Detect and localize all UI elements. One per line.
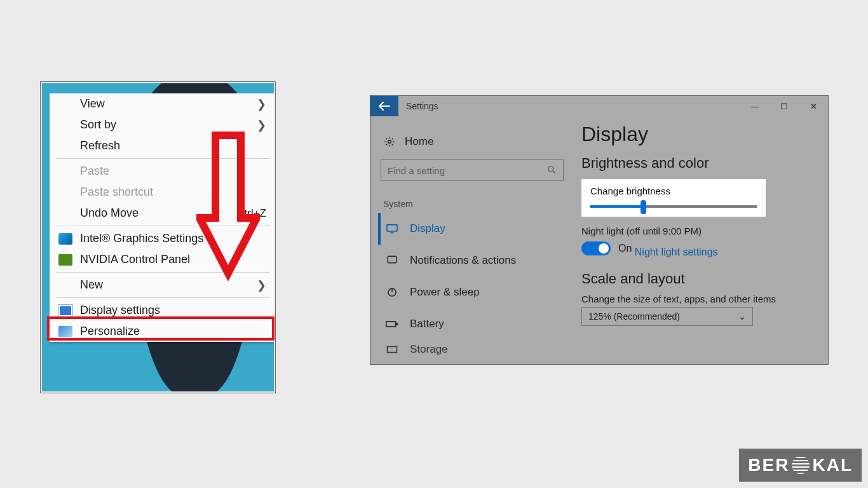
toggle-state-label: On [618, 243, 632, 254]
arrow-left-icon [379, 102, 390, 111]
section-heading-brightness: Brightness and color [581, 155, 820, 172]
left-screenshot-panel: View ❯ Sort by ❯ Refresh Paste Paste sho… [40, 81, 276, 393]
sidebar-item-label: Storage [410, 343, 448, 356]
slider-fill [590, 205, 641, 208]
nvidia-icon [58, 254, 72, 266]
brightness-label: Change brightness [590, 186, 757, 196]
menu-label: Personalize [80, 325, 140, 338]
desktop-wallpaper: View ❯ Sort by ❯ Refresh Paste Paste sho… [42, 83, 274, 391]
svg-rect-9 [397, 323, 398, 325]
page-heading: Display [581, 123, 820, 146]
svg-rect-8 [386, 322, 396, 327]
maximize-button[interactable]: ☐ [770, 96, 799, 116]
intel-icon [58, 233, 72, 245]
scale-combobox[interactable]: 125% (Recommended) ⌄ [581, 307, 753, 326]
sidebar-item-label: Notifications & actions [410, 254, 516, 267]
scale-description: Change the size of text, apps, and other… [581, 294, 820, 304]
window-controls: — ☐ ✕ [740, 96, 828, 116]
titlebar: Settings — ☐ ✕ [370, 96, 828, 116]
menu-item-nvidia-panel[interactable]: NVIDIA Control Panel [50, 249, 274, 270]
section-heading-scale: Scale and layout [581, 271, 820, 287]
sidebar-item-storage[interactable]: Storage [378, 340, 569, 359]
chevron-right-icon: ❯ [257, 278, 266, 292]
sidebar-category-label: System [383, 199, 569, 209]
back-button[interactable] [370, 96, 398, 116]
brightness-highlight-box: Change brightness [581, 179, 766, 217]
sidebar-item-label: Battery [410, 318, 444, 330]
combobox-value: 125% (Recommended) [588, 311, 680, 322]
menu-item-refresh[interactable]: Refresh [50, 135, 274, 156]
notifications-icon [386, 255, 398, 266]
toggle-pill-icon [581, 241, 611, 255]
svg-rect-5 [388, 256, 397, 263]
menu-label: View [80, 97, 105, 111]
menu-separator [56, 297, 270, 298]
menu-label: Paste shortcut [80, 186, 153, 199]
menu-label: Sort by [80, 118, 116, 132]
minimize-button[interactable]: — [740, 96, 770, 116]
watermark-logo: BER KAL [739, 449, 862, 482]
desktop-context-menu: View ❯ Sort by ❯ Refresh Paste Paste sho… [50, 93, 274, 342]
display-settings-icon [58, 305, 72, 316]
window-title: Settings [406, 101, 438, 111]
brightness-slider[interactable] [590, 205, 757, 208]
svg-rect-3 [387, 225, 397, 231]
chevron-right-icon: ❯ [257, 118, 266, 132]
menu-item-paste: Paste [50, 161, 274, 182]
menu-item-paste-shortcut: Paste shortcut [50, 182, 274, 203]
menu-label: NVIDIA Control Panel [80, 253, 190, 266]
sidebar-item-display[interactable]: Display [378, 213, 569, 245]
menu-item-personalize[interactable]: Personalize [50, 321, 274, 342]
watermark-prefix: BER [748, 455, 789, 475]
svg-rect-10 [388, 347, 397, 353]
sidebar-item-notifications[interactable]: Notifications & actions [378, 245, 569, 276]
sidebar-item-power-sleep[interactable]: Power & sleep [378, 276, 569, 308]
chevron-down-icon: ⌄ [738, 311, 746, 322]
settings-content: Display Brightness and color Change brig… [581, 121, 820, 364]
storage-icon [386, 344, 398, 355]
power-icon [386, 287, 398, 297]
menu-item-new[interactable]: New ❯ [50, 274, 274, 295]
gear-icon [383, 137, 396, 147]
watermark-suffix: KAL [812, 455, 853, 475]
menu-separator [56, 158, 270, 159]
monitor-icon [386, 224, 398, 234]
menu-label: Display settings [80, 304, 160, 317]
menu-item-undo-move[interactable]: Undo Move Ctrl+Z [50, 203, 274, 224]
chevron-right-icon: ❯ [257, 97, 266, 111]
menu-separator [56, 272, 270, 273]
menu-item-view[interactable]: View ❯ [50, 93, 274, 114]
search-placeholder: Find a setting [388, 165, 445, 176]
sidebar-item-label: Power & sleep [410, 286, 480, 299]
night-light-settings-link[interactable]: Night light settings [635, 247, 718, 258]
personalize-icon [58, 326, 72, 337]
svg-point-1 [548, 166, 553, 171]
battery-icon [386, 319, 398, 329]
sidebar-item-battery[interactable]: Battery [378, 308, 569, 340]
search-input[interactable]: Find a setting [381, 159, 564, 181]
svg-line-2 [553, 171, 555, 173]
menu-label: New [80, 278, 103, 292]
settings-sidebar: Home Find a setting System Display Notif… [378, 129, 569, 359]
menu-item-sort-by[interactable]: Sort by ❯ [50, 114, 274, 135]
sidebar-item-home[interactable]: Home [378, 129, 569, 154]
slider-thumb[interactable] [641, 200, 646, 214]
svg-point-0 [388, 140, 391, 144]
search-icon [546, 165, 557, 177]
night-light-label: Night light (off until 9:00 PM) [581, 226, 820, 236]
night-light-toggle[interactable]: On [581, 241, 632, 255]
watermark-blob-icon [792, 456, 810, 474]
settings-window: Settings — ☐ ✕ Home Find a setting Syste… [370, 95, 829, 365]
sidebar-item-label: Display [410, 222, 445, 235]
menu-shortcut: Ctrl+Z [236, 207, 266, 220]
menu-item-display-settings[interactable]: Display settings [50, 300, 274, 321]
menu-label: Undo Move [80, 207, 139, 220]
menu-label: Refresh [80, 139, 120, 152]
menu-item-intel-graphics[interactable]: Intel® Graphics Settings [50, 228, 274, 249]
sidebar-home-label: Home [405, 135, 433, 148]
menu-label: Intel® Graphics Settings [80, 232, 203, 245]
menu-separator [56, 226, 270, 226]
menu-label: Paste [80, 165, 109, 178]
close-button[interactable]: ✕ [799, 96, 828, 116]
